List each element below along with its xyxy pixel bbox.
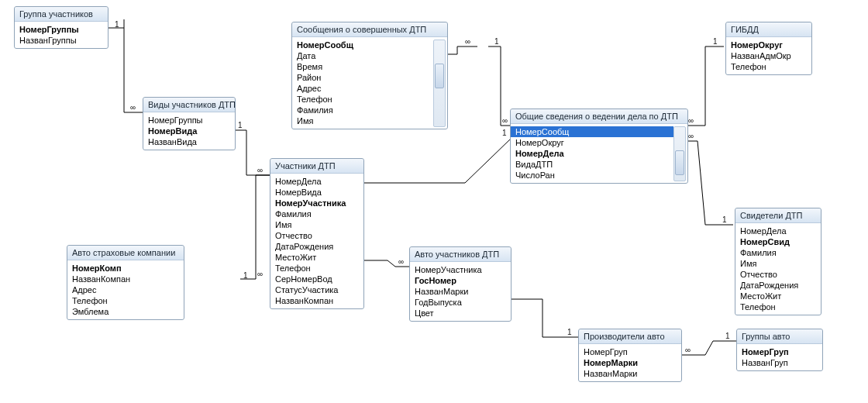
field-СерНомерВод[interactable]: СерНомерВод [270, 274, 363, 284]
entity-title: Участники ДТП [270, 159, 363, 174]
entity-participants[interactable]: Участники ДТПНомерДелаНомерВидаНомерУчас… [270, 158, 364, 309]
field-МестоЖит[interactable]: МестоЖит [735, 291, 821, 301]
entity-body: НомерУчастникаГосНомерНазванМаркиГодВыпу… [410, 262, 511, 321]
field-НазванКомпан[interactable]: НазванКомпан [67, 274, 184, 284]
field-НомерГруп[interactable]: НомерГруп [579, 346, 681, 357]
field-Адрес[interactable]: Адрес [67, 284, 184, 295]
entity-body: НомерГрупНомерМаркиНазванМарки [579, 344, 681, 381]
entity-title: Авто страховые компании [67, 246, 184, 260]
field-ЧислоРан[interactable]: ЧислоРан [511, 170, 673, 181]
field-Фамилия[interactable]: Фамилия [292, 105, 433, 115]
entity-title: Свидетели ДТП [735, 208, 821, 223]
entity-body: НомерДелаНомерВидаНомерУчастникаФамилияИ… [270, 174, 363, 308]
field-НазванГруппы[interactable]: НазванГруппы [15, 35, 108, 46]
entity-body: НомерОкругНазванАдмОкрТелефон [726, 37, 811, 74]
entity-insurers[interactable]: Авто страховые компанииНомерКомпНазванКо… [67, 245, 184, 320]
entity-body: НомерГруппыНомерВидаНазванВида [143, 112, 235, 150]
entity-title: ГИБДД [726, 22, 811, 37]
field-ДатаРождения[interactable]: ДатаРождения [270, 241, 363, 252]
field-НомерСвид[interactable]: НомерСвид [735, 236, 821, 247]
field-НомерСообщ[interactable]: НомерСообщ [511, 126, 673, 137]
field-Отчество[interactable]: Отчество [270, 230, 363, 241]
field-ГодВыпуска[interactable]: ГодВыпуска [410, 297, 511, 308]
field-НазванВида[interactable]: НазванВида [143, 136, 235, 147]
field-НомерГруппы[interactable]: НомерГруппы [143, 115, 235, 126]
field-Время[interactable]: Время [292, 61, 433, 72]
entity-title: Группы авто [737, 329, 822, 344]
entity-gibdd[interactable]: ГИБДДНомерОкругНазванАдмОкрТелефон [725, 22, 812, 75]
field-НазванАдмОкр[interactable]: НазванАдмОкр [726, 50, 811, 61]
field-НазванМарки[interactable]: НазванМарки [579, 368, 681, 379]
er-diagram-canvas: 1 1 1 1 1 1 1 1 1 1 1 Группа участниковН… [0, 0, 868, 403]
entity-body: НомерКомпНазванКомпанАдресТелефонЭмблема [67, 260, 184, 319]
field-НазванГруп[interactable]: НазванГруп [737, 357, 822, 368]
field-Цвет[interactable]: Цвет [410, 308, 511, 319]
field-Эмблема[interactable]: Эмблема [67, 306, 184, 317]
field-Фамилия[interactable]: Фамилия [735, 247, 821, 258]
entity-kinds[interactable]: Виды участников ДТПНомерГруппыНомерВидаН… [143, 97, 236, 150]
field-МестоЖит[interactable]: МестоЖит [270, 252, 363, 263]
field-Телефон[interactable]: Телефон [735, 301, 821, 312]
field-НомерОкруг[interactable]: НомерОкруг [726, 40, 811, 50]
field-Имя[interactable]: Имя [735, 258, 821, 269]
field-Телефон[interactable]: Телефон [270, 263, 363, 274]
field-Дата[interactable]: Дата [292, 50, 433, 61]
entity-reports[interactable]: Сообщения о совершенных ДТПНомерСообщДат… [291, 22, 448, 129]
field-Адрес[interactable]: Адрес [292, 83, 433, 94]
field-Район[interactable]: Район [292, 72, 433, 83]
field-Телефон[interactable]: Телефон [726, 61, 811, 72]
entity-body: НомерСообщНомерОкругНомерДелаВидаДТПЧисл… [511, 124, 687, 183]
field-НомерГруппы[interactable]: НомерГруппы [15, 24, 108, 35]
entity-body: НомерГруппыНазванГруппы [15, 22, 108, 48]
entity-case[interactable]: Общие сведения о ведении дела по ДТПНоме… [510, 108, 688, 184]
field-ДатаРождения[interactable]: ДатаРождения [735, 280, 821, 291]
field-НомерУчастника[interactable]: НомерУчастника [270, 198, 363, 208]
entity-makers[interactable]: Производители автоНомерГрупНомерМаркиНаз… [578, 329, 682, 382]
field-Телефон[interactable]: Телефон [292, 94, 433, 105]
entity-group[interactable]: Группа участниковНомерГруппыНазванГруппы [14, 6, 108, 49]
field-Отчество[interactable]: Отчество [735, 269, 821, 280]
field-НомерУчастника[interactable]: НомерУчастника [410, 264, 511, 275]
field-НомерДела[interactable]: НомерДела [511, 148, 673, 159]
field-НомерДела[interactable]: НомерДела [270, 176, 363, 187]
field-Телефон[interactable]: Телефон [67, 295, 184, 306]
entity-pauto[interactable]: Авто участников ДТПНомерУчастникаГосНоме… [409, 246, 512, 322]
field-Имя[interactable]: Имя [292, 115, 433, 126]
field-НомерМарки[interactable]: НомерМарки [579, 357, 681, 368]
scrollbar[interactable] [673, 126, 686, 181]
entity-title: Авто участников ДТП [410, 247, 511, 262]
entity-body: НомерДелаНомерСвидФамилияИмяОтчествоДата… [735, 223, 821, 315]
field-НазванКомпан[interactable]: НазванКомпан [270, 295, 363, 306]
scrollbar[interactable] [433, 40, 446, 127]
entity-title: Производители авто [579, 329, 681, 344]
field-НомерГруп[interactable]: НомерГруп [737, 346, 822, 357]
entity-body: НомерСообщДатаВремяРайонАдресТелефонФами… [292, 37, 447, 129]
scrollbar-thumb[interactable] [435, 64, 444, 88]
field-НомерДела[interactable]: НомерДела [735, 226, 821, 236]
field-ГосНомер[interactable]: ГосНомер [410, 275, 511, 286]
scrollbar-thumb[interactable] [675, 150, 684, 175]
field-Фамилия[interactable]: Фамилия [270, 208, 363, 219]
field-НомерОкруг[interactable]: НомерОкруг [511, 137, 673, 148]
field-НомерКомп[interactable]: НомерКомп [67, 263, 184, 274]
entity-title: Группа участников [15, 7, 108, 22]
entity-title: Сообщения о совершенных ДТП [292, 22, 447, 37]
entity-body: НомерГрупНазванГруп [737, 344, 822, 370]
entity-witness[interactable]: Свидетели ДТПНомерДелаНомерСвидФамилияИм… [735, 208, 822, 315]
field-НазванМарки[interactable]: НазванМарки [410, 286, 511, 297]
entity-title: Общие сведения о ведении дела по ДТП [511, 109, 687, 124]
field-Имя[interactable]: Имя [270, 219, 363, 230]
entity-autogrp[interactable]: Группы автоНомерГрупНазванГруп [736, 329, 823, 371]
field-НомерВида[interactable]: НомерВида [143, 126, 235, 136]
field-НомерВида[interactable]: НомерВида [270, 187, 363, 198]
field-НомерСообщ[interactable]: НомерСообщ [292, 40, 433, 50]
field-ВидаДТП[interactable]: ВидаДТП [511, 159, 673, 170]
entity-title: Виды участников ДТП [143, 98, 235, 112]
field-СтатусУчастика[interactable]: СтатусУчастика [270, 284, 363, 295]
